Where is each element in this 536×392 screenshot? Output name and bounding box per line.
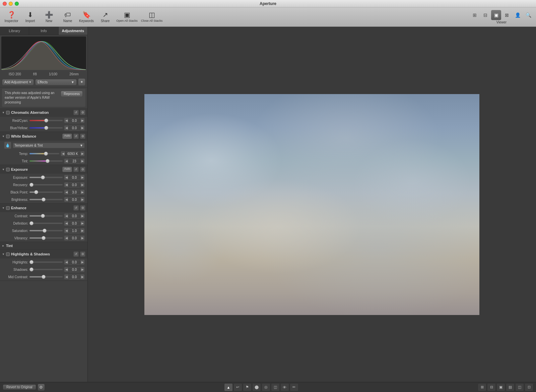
- eye-tool-button[interactable]: 👁: [280, 383, 289, 391]
- highlights-shadows-header[interactable]: ▼ Highlights & Shadows ↺ ⚙: [0, 250, 87, 258]
- hs-gear-button[interactable]: ⚙: [80, 251, 85, 257]
- mid-contrast-dec-button[interactable]: ◀: [64, 274, 69, 280]
- blue-yellow-slider[interactable]: [29, 127, 63, 129]
- eyedropper-button[interactable]: 💧: [4, 142, 11, 149]
- saturation-thumb[interactable]: [43, 229, 47, 233]
- minimize-button[interactable]: [9, 2, 13, 6]
- user-button[interactable]: 👤: [513, 10, 523, 20]
- brush-tool-button[interactable]: ✏: [290, 383, 298, 391]
- black-point-thumb[interactable]: [34, 190, 38, 194]
- shadows-slider[interactable]: [29, 269, 63, 270]
- mid-contrast-inc-button[interactable]: ▶: [80, 274, 85, 280]
- temp-slider[interactable]: [29, 153, 59, 154]
- tint-dec-button[interactable]: ◀: [64, 158, 69, 164]
- compare-bottom-button[interactable]: ⊟: [487, 383, 496, 391]
- open-stacks-button[interactable]: ▣ Open All Stacks: [115, 8, 139, 26]
- brightness-slider[interactable]: [29, 199, 63, 200]
- exposure-dec-button[interactable]: ◀: [64, 175, 69, 180]
- recovery-dec-button[interactable]: ◀: [64, 182, 69, 187]
- vibrancy-dec-button[interactable]: ◀: [64, 235, 69, 241]
- tint-thumb[interactable]: [46, 159, 50, 163]
- hs-reset-button[interactable]: ↺: [73, 251, 79, 257]
- name-button[interactable]: 🏷 Name: [59, 8, 76, 26]
- wb-reset-button[interactable]: ↺: [73, 134, 79, 139]
- definition-dec-button[interactable]: ◀: [64, 221, 69, 226]
- share-button[interactable]: ↗ Share: [96, 8, 114, 26]
- red-cyan-thumb[interactable]: [44, 119, 48, 123]
- bottom-gear-button[interactable]: ⚙: [38, 384, 45, 391]
- exposure-inc-button[interactable]: ▶: [80, 175, 85, 180]
- brightness-dec-button[interactable]: ◀: [64, 197, 69, 202]
- import-button[interactable]: ⬇ Import: [21, 8, 39, 26]
- shadows-dec-button[interactable]: ◀: [64, 267, 69, 272]
- exposure-slider[interactable]: [29, 177, 63, 178]
- contrast-dec-button[interactable]: ◀: [64, 213, 69, 219]
- enhance-gear-button[interactable]: ⚙: [80, 205, 85, 211]
- chromatic-reset-button[interactable]: ↺: [73, 110, 79, 115]
- grid-bottom-button[interactable]: ⊞: [478, 383, 486, 391]
- tab-adjustments[interactable]: Adjustments: [59, 27, 87, 35]
- shadows-inc-button[interactable]: ▶: [80, 267, 85, 272]
- shadows-thumb[interactable]: [29, 267, 34, 271]
- white-balance-header[interactable]: ▼ White Balance Auto ↺ ⚙: [0, 132, 87, 141]
- filmstrip-view-button[interactable]: ⊟: [480, 10, 490, 20]
- temp-inc-button[interactable]: ▶: [80, 151, 85, 156]
- temp-thumb[interactable]: [44, 152, 48, 156]
- reject-tool-button[interactable]: ◎: [262, 383, 270, 391]
- tab-info[interactable]: Info: [29, 27, 58, 35]
- highlights-inc-button[interactable]: ▶: [80, 259, 85, 265]
- keywords-button[interactable]: 🔖 Keywords: [78, 8, 95, 26]
- saturation-inc-button[interactable]: ▶: [80, 228, 85, 233]
- black-point-inc-button[interactable]: ▶: [80, 189, 85, 195]
- viewer-button[interactable]: ▣: [491, 10, 501, 20]
- close-button[interactable]: [3, 2, 7, 6]
- rotate-tool-button[interactable]: ↩: [233, 383, 242, 391]
- reprocess-button[interactable]: Reprocess: [61, 91, 83, 97]
- select-tool-button[interactable]: ▲: [224, 383, 233, 391]
- brightness-thumb[interactable]: [42, 198, 46, 202]
- brightness-inc-button[interactable]: ▶: [80, 197, 85, 202]
- exposure-gear-button[interactable]: ⚙: [80, 167, 85, 172]
- exposure-header[interactable]: ▼ Exposure Auto ↺ ⚙: [0, 165, 87, 174]
- temp-dec-button[interactable]: ◀: [61, 151, 65, 156]
- red-cyan-slider[interactable]: [29, 120, 63, 121]
- definition-thumb[interactable]: [29, 221, 34, 225]
- maximize-button[interactable]: [15, 2, 19, 6]
- recovery-thumb[interactable]: [29, 183, 34, 187]
- definition-inc-button[interactable]: ▶: [80, 221, 85, 226]
- black-point-dec-button[interactable]: ◀: [64, 189, 69, 195]
- saturation-dec-button[interactable]: ◀: [64, 228, 69, 233]
- filmstrip-bottom-button[interactable]: ▤: [506, 383, 515, 391]
- red-cyan-dec-button[interactable]: ◀: [64, 118, 69, 123]
- saturation-slider[interactable]: [29, 230, 63, 231]
- new-button[interactable]: ➕ New: [40, 8, 58, 26]
- window-controls[interactable]: [3, 2, 19, 6]
- vibrancy-inc-button[interactable]: ▶: [80, 235, 85, 241]
- chromatic-checkbox[interactable]: [6, 111, 10, 114]
- tab-library[interactable]: Library: [0, 27, 29, 35]
- exposure-checkbox[interactable]: [6, 168, 10, 171]
- inspector-button[interactable]: ❓ Inspector: [3, 8, 20, 26]
- exposure-thumb[interactable]: [41, 175, 45, 179]
- vibrancy-thumb[interactable]: [42, 236, 46, 240]
- chromatic-aberration-header[interactable]: ▼ Chromatic Aberration ↺ ⚙: [0, 108, 87, 117]
- definition-slider[interactable]: [29, 223, 63, 224]
- fullscreen-button[interactable]: ⊠: [502, 10, 512, 20]
- revert-button[interactable]: Revert to Original: [3, 384, 36, 390]
- compare-tool-button[interactable]: ◫: [271, 383, 280, 391]
- keywords-bottom-button[interactable]: ◫: [515, 383, 524, 391]
- recovery-slider[interactable]: [29, 184, 63, 185]
- grid-view-button[interactable]: ⊞: [470, 10, 480, 20]
- mid-contrast-thumb[interactable]: [42, 275, 46, 279]
- enhance-reset-button[interactable]: ↺: [73, 205, 79, 211]
- red-cyan-inc-button[interactable]: ▶: [80, 118, 85, 123]
- blue-yellow-inc-button[interactable]: ▶: [80, 125, 85, 131]
- mid-contrast-slider[interactable]: [29, 276, 63, 278]
- tint-inc-button[interactable]: ▶: [80, 158, 85, 164]
- blue-yellow-dec-button[interactable]: ◀: [64, 125, 69, 131]
- wb-checkbox[interactable]: [6, 135, 10, 138]
- vibrancy-slider[interactable]: [29, 237, 63, 239]
- effects-dropdown[interactable]: Effects ▼: [35, 79, 77, 85]
- enhance-checkbox[interactable]: [6, 206, 10, 210]
- loupe-button[interactable]: 🔍: [523, 10, 533, 20]
